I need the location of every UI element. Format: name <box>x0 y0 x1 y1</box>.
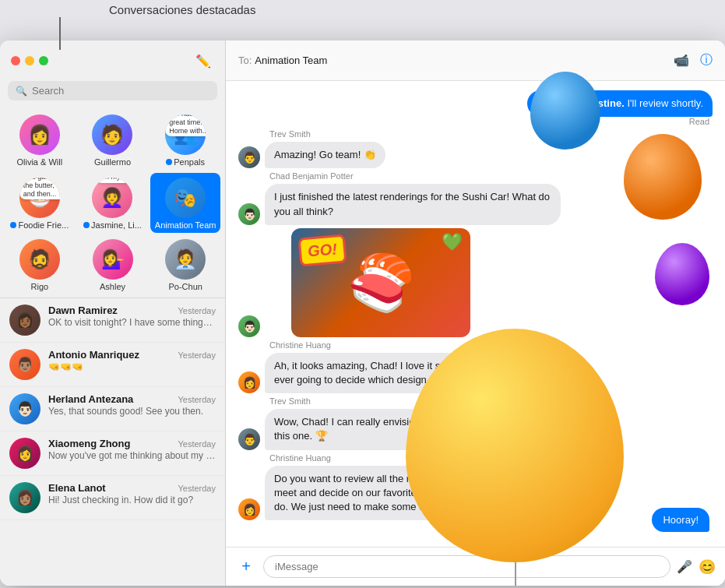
conv-content-xiaomeng: Xiaomeng Zhong Yesterday Now you've got … <box>48 438 216 461</box>
foodie-label-text: Foodie Frie... <box>18 220 69 230</box>
pinned-avatar-pochun: 🧑‍💼 <box>165 239 206 280</box>
bubble-outgoing-1: Thanks, Christine. I'll review shortly. <box>527 90 713 117</box>
bubble-incoming-christine-2: Do you want to review all the renders to… <box>265 466 561 521</box>
penpals-label-text: Penpals <box>174 157 205 167</box>
conversation-item-antonio[interactable]: 👨🏽 Antonio Manriquez Yesterday 🤜🤜🤜 <box>0 343 225 387</box>
conv-header-dawn: Dawn Ramirez Yesterday <box>48 305 216 316</box>
conv-preview-elena: Hi! Just checking in. How did it go? <box>48 495 216 505</box>
pinned-label-penpals: Penpals <box>166 157 205 167</box>
pinned-item-penpals[interactable]: 👥 We had a great time. Home with... Penp… <box>150 110 220 170</box>
conv-name-dawn: Dawn Ramirez <box>48 305 118 316</box>
sushi-image-row: 👨🏻 GO! 💚 🍣 <box>238 228 713 337</box>
sidebar-titlebar: ✏️ <box>0 40 225 81</box>
pinned-grid: 👩 Olivia & Will 🧑 Guillermo 👥 We had a g… <box>5 110 220 233</box>
msg-avatar-christine-1: 👩 <box>238 371 260 393</box>
foodie-dot <box>10 222 16 228</box>
bubble-incoming-trev-2: Wow, Chad! I can really envision taking … <box>265 409 561 449</box>
conv-avatar-xiaomeng: 👩 <box>9 438 40 469</box>
foodie-preview: Add garlic to the butter, and then... <box>19 178 60 199</box>
input-area: + 🎤 😊 <box>226 547 725 586</box>
pinned-item-rigo[interactable]: 🧔 Rigo <box>5 239 75 291</box>
emoji-picker-button[interactable]: 😊 <box>699 558 716 576</box>
message-input[interactable] <box>263 555 670 578</box>
message-with-avatar-trev-2: 👨 Wow, Chad! I can really envision takin… <box>238 409 713 449</box>
conv-preview-xiaomeng: Now you've got me thinking about my next… <box>48 450 216 461</box>
message-row-trev-2: Trev Smith 👨 Wow, Chad! I can really env… <box>238 396 713 449</box>
pinned-label-animation: Animation Team <box>155 220 216 230</box>
compose-button[interactable]: ✏️ <box>192 51 214 72</box>
read-label-1: Read <box>689 117 709 126</box>
pinned-item-ashley[interactable]: 💁‍♀️ Ashley <box>78 239 148 291</box>
conversation-item-dawn[interactable]: 👩🏾 Dawn Ramirez Yesterday OK to visit to… <box>0 298 225 343</box>
chat-header-actions: 📹 ⓘ <box>674 52 713 69</box>
search-icon: 🔍 <box>16 86 27 97</box>
message-with-avatar-trev-1: 👨 Amazing! Go team! 👏 <box>238 142 713 168</box>
message-row-christine-1: Christine Huang 👩 Ah, it looks amazing, … <box>238 340 713 393</box>
pinned-label-guillermo: Guillermo <box>94 157 131 167</box>
conv-content-dawn: Dawn Ramirez Yesterday OK to visit tonig… <box>48 305 216 328</box>
sidebar: ✏️ 🔍 👩 Olivia & Will 🧑 Guillermo <box>0 40 226 586</box>
jasmine-dot <box>83 222 90 228</box>
bubble-incoming-christine-1: Ah, it looks amazing, Chad! I love it so… <box>265 353 561 393</box>
msg-avatar-chad-1: 👨🏻 <box>238 203 260 225</box>
bubble-incoming-chad-1: I just finished the latest renderings fo… <box>265 184 561 224</box>
go-sticker: GO! <box>298 234 347 266</box>
pinned-label-ashley: Ashley <box>100 282 125 291</box>
pinned-item-jasmine[interactable]: 👩‍🦱 On my way! Jasmine, Li... <box>78 173 148 233</box>
conv-header-antonio: Antonio Manriquez Yesterday <box>48 349 216 361</box>
pinned-item-foodie[interactable]: 🍜 Add garlic to the butter, and then... … <box>5 173 75 233</box>
conv-header-xiaomeng: Xiaomeng Zhong Yesterday <box>48 438 216 449</box>
search-input[interactable] <box>32 85 209 97</box>
traffic-light-fullscreen[interactable] <box>39 56 48 65</box>
video-call-button[interactable]: 📹 <box>674 52 689 69</box>
conv-name-antonio: Antonio Manriquez <box>48 349 139 361</box>
annotation-label: Conversaciones destacadas <box>109 3 255 16</box>
hooray-bubble: Hooray! <box>652 508 709 532</box>
message-row-christine-2: Christine Huang 👩 Do you want to review … <box>238 453 713 521</box>
jasmine-preview: On my way! <box>96 178 133 183</box>
pinned-avatar-penpals: 👥 We had a great time. Home with... <box>165 114 206 155</box>
message-timestamp: Today 9:41 AM <box>238 530 713 539</box>
pinned-avatar-animation: 🎭 <box>165 178 206 218</box>
annotation-line <box>59 17 61 50</box>
penpals-preview: We had a great time. Home with... <box>165 114 206 136</box>
pinned-avatar-ashley: 💁‍♀️ <box>93 239 133 280</box>
pinned-avatar-olivia-will: 👩 <box>19 114 60 155</box>
chat-header: To: Animation Team 📹 ⓘ <box>226 40 725 81</box>
pinned-avatar-jasmine: 👩‍🦱 On my way! <box>92 178 132 218</box>
conv-avatar-dawn: 👩🏾 <box>9 305 40 336</box>
audio-record-button[interactable]: 🎤 <box>677 559 692 574</box>
chat-to-label: To: <box>238 55 252 66</box>
pinned-label-olivia-will: Olivia & Will <box>16 157 62 167</box>
conversation-item-elena[interactable]: 👩🏽 Elena Lanot Yesterday Hi! Just checki… <box>0 476 225 520</box>
pinned-avatar-guillermo: 🧑 <box>92 114 132 155</box>
conversation-item-xiaomeng[interactable]: 👩 Xiaomeng Zhong Yesterday Now you've go… <box>0 431 225 476</box>
pinned-item-guillermo[interactable]: 🧑 Guillermo <box>78 110 148 170</box>
add-attachment-button[interactable]: + <box>235 556 257 578</box>
msg-avatar-christine-2: 👩 <box>238 498 260 520</box>
conv-time-elena: Yesterday <box>178 484 216 493</box>
conv-time-antonio: Yesterday <box>178 350 216 360</box>
pinned-avatar-foodie: 🍜 Add garlic to the butter, and then... <box>19 178 60 218</box>
traffic-light-close[interactable] <box>11 56 20 65</box>
conv-time-herland: Yesterday <box>178 395 216 404</box>
pinned-section: 👩 Olivia & Will 🧑 Guillermo 👥 We had a g… <box>0 107 225 298</box>
info-button[interactable]: ⓘ <box>700 52 713 69</box>
conv-content-elena: Elena Lanot Yesterday Hi! Just checking … <box>48 482 216 505</box>
pinned-item-animation-team[interactable]: 🎭 Animation Team <box>150 173 220 233</box>
messages-area: Thanks, Christine. I'll review shortly. … <box>226 81 725 547</box>
conv-time-dawn: Yesterday <box>178 306 216 315</box>
sender-name-christine-2: Christine Huang <box>269 453 713 463</box>
sender-name-christine-1: Christine Huang <box>269 340 713 350</box>
conv-avatar-elena: 👩🏽 <box>9 482 40 513</box>
conversation-item-herland[interactable]: 👨🏻 Herland Antezana Yesterday Yes, that … <box>0 387 225 431</box>
message-with-avatar-christine-1: 👩 Ah, it looks amazing, Chad! I love it … <box>238 353 713 393</box>
pinned-item-pochun[interactable]: 🧑‍💼 Po-Chun <box>150 239 220 291</box>
conv-header-herland: Herland Antezana Yesterday <box>48 393 216 405</box>
traffic-light-minimize[interactable] <box>25 56 34 65</box>
message-row-chad-1: Chad Benjamin Potter 👨🏻 I just finished … <box>238 171 713 224</box>
pinned-label-jasmine: Jasmine, Li... <box>83 220 142 230</box>
message-with-avatar-christine-2: 👩 Do you want to review all the renders … <box>238 466 713 521</box>
pinned-item-olivia-will[interactable]: 👩 Olivia & Will <box>5 110 75 170</box>
chat-area: To: Animation Team 📹 ⓘ Thanks, Christine… <box>226 40 725 586</box>
